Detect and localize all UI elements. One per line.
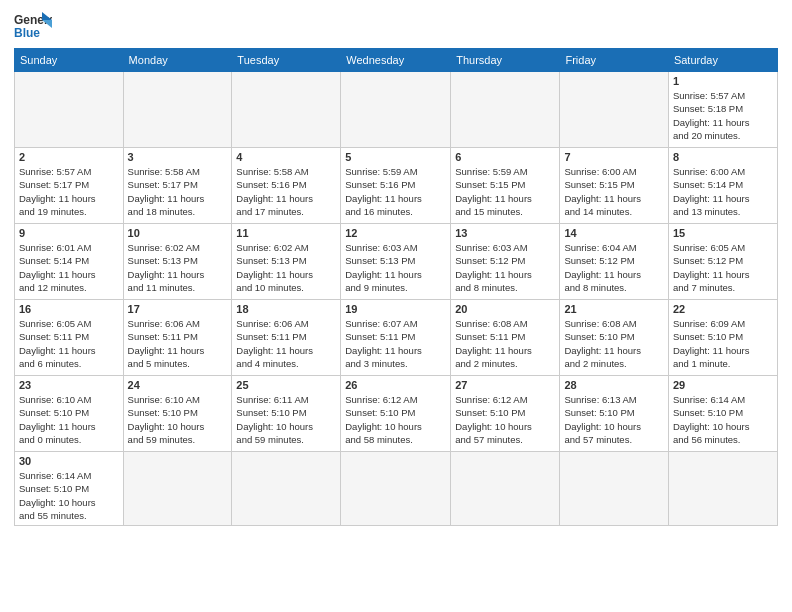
calendar-cell: 21Sunrise: 6:08 AM Sunset: 5:10 PM Dayli… <box>560 300 668 376</box>
day-number: 20 <box>455 303 555 315</box>
header: General Blue <box>14 10 778 42</box>
weekday-header-wednesday: Wednesday <box>341 49 451 72</box>
calendar-cell: 2Sunrise: 5:57 AM Sunset: 5:17 PM Daylig… <box>15 148 124 224</box>
day-number: 22 <box>673 303 773 315</box>
day-info: Sunrise: 5:59 AM Sunset: 5:15 PM Dayligh… <box>455 165 555 218</box>
day-info: Sunrise: 6:09 AM Sunset: 5:10 PM Dayligh… <box>673 317 773 370</box>
day-number: 16 <box>19 303 119 315</box>
calendar-cell: 6Sunrise: 5:59 AM Sunset: 5:15 PM Daylig… <box>451 148 560 224</box>
day-number: 27 <box>455 379 555 391</box>
weekday-header-monday: Monday <box>123 49 232 72</box>
calendar-cell: 26Sunrise: 6:12 AM Sunset: 5:10 PM Dayli… <box>341 376 451 452</box>
day-info: Sunrise: 6:12 AM Sunset: 5:10 PM Dayligh… <box>455 393 555 446</box>
day-info: Sunrise: 6:05 AM Sunset: 5:12 PM Dayligh… <box>673 241 773 294</box>
calendar-cell <box>560 452 668 526</box>
day-number: 28 <box>564 379 663 391</box>
calendar-cell: 20Sunrise: 6:08 AM Sunset: 5:11 PM Dayli… <box>451 300 560 376</box>
calendar-cell: 1Sunrise: 5:57 AM Sunset: 5:18 PM Daylig… <box>668 72 777 148</box>
day-number: 25 <box>236 379 336 391</box>
calendar-cell: 18Sunrise: 6:06 AM Sunset: 5:11 PM Dayli… <box>232 300 341 376</box>
calendar-cell: 17Sunrise: 6:06 AM Sunset: 5:11 PM Dayli… <box>123 300 232 376</box>
day-info: Sunrise: 6:07 AM Sunset: 5:11 PM Dayligh… <box>345 317 446 370</box>
calendar-cell: 14Sunrise: 6:04 AM Sunset: 5:12 PM Dayli… <box>560 224 668 300</box>
day-info: Sunrise: 6:10 AM Sunset: 5:10 PM Dayligh… <box>19 393 119 446</box>
calendar-cell <box>341 452 451 526</box>
page: General Blue SundayMondayTuesdayWednesda… <box>0 0 792 612</box>
day-number: 6 <box>455 151 555 163</box>
calendar-cell <box>232 452 341 526</box>
day-info: Sunrise: 6:12 AM Sunset: 5:10 PM Dayligh… <box>345 393 446 446</box>
calendar-cell: 13Sunrise: 6:03 AM Sunset: 5:12 PM Dayli… <box>451 224 560 300</box>
day-number: 5 <box>345 151 446 163</box>
day-number: 13 <box>455 227 555 239</box>
weekday-header-saturday: Saturday <box>668 49 777 72</box>
calendar-cell <box>451 72 560 148</box>
calendar-cell: 7Sunrise: 6:00 AM Sunset: 5:15 PM Daylig… <box>560 148 668 224</box>
day-info: Sunrise: 5:57 AM Sunset: 5:18 PM Dayligh… <box>673 89 773 142</box>
day-number: 9 <box>19 227 119 239</box>
calendar-cell: 5Sunrise: 5:59 AM Sunset: 5:16 PM Daylig… <box>341 148 451 224</box>
weekday-header-friday: Friday <box>560 49 668 72</box>
day-info: Sunrise: 6:06 AM Sunset: 5:11 PM Dayligh… <box>128 317 228 370</box>
day-number: 10 <box>128 227 228 239</box>
day-number: 3 <box>128 151 228 163</box>
calendar-cell: 19Sunrise: 6:07 AM Sunset: 5:11 PM Dayli… <box>341 300 451 376</box>
calendar-week-row: 1Sunrise: 5:57 AM Sunset: 5:18 PM Daylig… <box>15 72 778 148</box>
day-info: Sunrise: 5:58 AM Sunset: 5:17 PM Dayligh… <box>128 165 228 218</box>
calendar-cell: 25Sunrise: 6:11 AM Sunset: 5:10 PM Dayli… <box>232 376 341 452</box>
calendar-week-row: 23Sunrise: 6:10 AM Sunset: 5:10 PM Dayli… <box>15 376 778 452</box>
day-number: 23 <box>19 379 119 391</box>
calendar-cell: 27Sunrise: 6:12 AM Sunset: 5:10 PM Dayli… <box>451 376 560 452</box>
calendar-cell <box>560 72 668 148</box>
day-info: Sunrise: 6:04 AM Sunset: 5:12 PM Dayligh… <box>564 241 663 294</box>
calendar-cell: 8Sunrise: 6:00 AM Sunset: 5:14 PM Daylig… <box>668 148 777 224</box>
calendar-cell <box>123 72 232 148</box>
calendar-cell: 3Sunrise: 5:58 AM Sunset: 5:17 PM Daylig… <box>123 148 232 224</box>
calendar-cell <box>232 72 341 148</box>
calendar-cell <box>341 72 451 148</box>
day-number: 30 <box>19 455 119 467</box>
weekday-header-row: SundayMondayTuesdayWednesdayThursdayFrid… <box>15 49 778 72</box>
day-info: Sunrise: 6:02 AM Sunset: 5:13 PM Dayligh… <box>128 241 228 294</box>
day-number: 29 <box>673 379 773 391</box>
calendar-cell: 30Sunrise: 6:14 AM Sunset: 5:10 PM Dayli… <box>15 452 124 526</box>
day-info: Sunrise: 6:02 AM Sunset: 5:13 PM Dayligh… <box>236 241 336 294</box>
weekday-header-tuesday: Tuesday <box>232 49 341 72</box>
day-number: 19 <box>345 303 446 315</box>
day-info: Sunrise: 6:08 AM Sunset: 5:10 PM Dayligh… <box>564 317 663 370</box>
calendar-week-row: 9Sunrise: 6:01 AM Sunset: 5:14 PM Daylig… <box>15 224 778 300</box>
day-info: Sunrise: 6:00 AM Sunset: 5:15 PM Dayligh… <box>564 165 663 218</box>
day-number: 1 <box>673 75 773 87</box>
day-number: 12 <box>345 227 446 239</box>
calendar-cell <box>15 72 124 148</box>
calendar-cell: 9Sunrise: 6:01 AM Sunset: 5:14 PM Daylig… <box>15 224 124 300</box>
calendar-week-row: 2Sunrise: 5:57 AM Sunset: 5:17 PM Daylig… <box>15 148 778 224</box>
day-info: Sunrise: 6:03 AM Sunset: 5:13 PM Dayligh… <box>345 241 446 294</box>
calendar-cell: 24Sunrise: 6:10 AM Sunset: 5:10 PM Dayli… <box>123 376 232 452</box>
day-number: 8 <box>673 151 773 163</box>
calendar-cell <box>451 452 560 526</box>
weekday-header-thursday: Thursday <box>451 49 560 72</box>
day-info: Sunrise: 6:08 AM Sunset: 5:11 PM Dayligh… <box>455 317 555 370</box>
calendar-cell: 28Sunrise: 6:13 AM Sunset: 5:10 PM Dayli… <box>560 376 668 452</box>
logo: General Blue <box>14 10 52 42</box>
day-info: Sunrise: 5:57 AM Sunset: 5:17 PM Dayligh… <box>19 165 119 218</box>
day-info: Sunrise: 5:58 AM Sunset: 5:16 PM Dayligh… <box>236 165 336 218</box>
day-info: Sunrise: 6:06 AM Sunset: 5:11 PM Dayligh… <box>236 317 336 370</box>
day-number: 21 <box>564 303 663 315</box>
calendar-cell <box>668 452 777 526</box>
weekday-header-sunday: Sunday <box>15 49 124 72</box>
day-info: Sunrise: 6:03 AM Sunset: 5:12 PM Dayligh… <box>455 241 555 294</box>
calendar-week-row: 16Sunrise: 6:05 AM Sunset: 5:11 PM Dayli… <box>15 300 778 376</box>
calendar-table: SundayMondayTuesdayWednesdayThursdayFrid… <box>14 48 778 526</box>
calendar-cell: 15Sunrise: 6:05 AM Sunset: 5:12 PM Dayli… <box>668 224 777 300</box>
day-number: 26 <box>345 379 446 391</box>
calendar-cell <box>123 452 232 526</box>
day-info: Sunrise: 6:14 AM Sunset: 5:10 PM Dayligh… <box>19 469 119 522</box>
calendar-cell: 12Sunrise: 6:03 AM Sunset: 5:13 PM Dayli… <box>341 224 451 300</box>
day-number: 18 <box>236 303 336 315</box>
day-number: 11 <box>236 227 336 239</box>
generalblue-logo-icon: General Blue <box>14 10 52 42</box>
day-number: 7 <box>564 151 663 163</box>
day-number: 2 <box>19 151 119 163</box>
